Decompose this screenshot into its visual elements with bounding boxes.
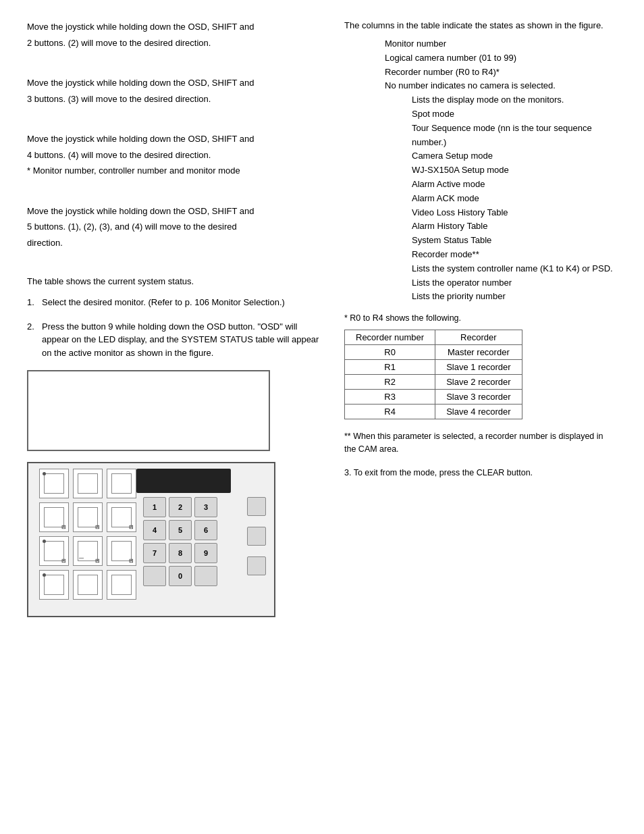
para3-text: Move the joystick while holding down the… xyxy=(27,132,324,146)
table-row: R0Master recorder xyxy=(345,345,522,360)
paragraph-2: Move the joystick while holding down the… xyxy=(27,76,324,105)
device-mockup: ⊟ ⊟ ⊟ ⊟ ⊟ — xyxy=(27,462,275,617)
status-intro: The table shows the current system statu… xyxy=(27,276,324,286)
list-item-recorder-num: Recorder number (R0 to R4)* xyxy=(344,66,617,80)
num-btn-empty2 xyxy=(194,566,217,586)
recorder-num-cell: R3 xyxy=(345,390,435,405)
monitor-cell-5: ⊟ xyxy=(73,502,103,532)
num-btn-9[interactable]: 9 xyxy=(194,543,217,563)
step-1-num: 1. xyxy=(27,296,42,309)
side-buttons xyxy=(247,497,266,575)
num-btn-7[interactable]: 7 xyxy=(143,543,166,563)
recorder-name-cell: Slave 4 recorder xyxy=(435,405,522,419)
recorder-name-cell: Slave 3 recorder xyxy=(435,390,522,405)
recorder-name-cell: Master recorder xyxy=(435,345,522,360)
numpad: 1 2 3 4 5 6 7 8 9 0 xyxy=(143,497,217,586)
page: Move the joystick while holding down the… xyxy=(0,0,644,834)
table-header-recorder-num: Recorder number xyxy=(345,330,435,345)
table-row: R4Slave 4 recorder xyxy=(345,405,522,419)
list-item-monitor: Monitor number xyxy=(344,37,617,51)
left-column: Move the joystick while holding down the… xyxy=(27,20,338,814)
num-btn-1[interactable]: 1 xyxy=(143,497,166,517)
list-item-alarm-active: Alarm Active mode xyxy=(344,178,617,192)
monitor-cell-6: ⊟ xyxy=(107,502,136,532)
list-item-wj-setup: WJ-SX150A Setup mode xyxy=(344,163,617,178)
list-item-video-loss: Video Loss History Table xyxy=(344,206,617,220)
list-item-tour-seq: Tour Sequence mode (nn is the tour seque… xyxy=(344,122,617,150)
monitor-cell-1 xyxy=(39,469,69,498)
recorder-table: Recorder number Recorder R0Master record… xyxy=(344,330,522,419)
step-1-text: Select the desired monitor. (Refer to p.… xyxy=(42,296,285,309)
para4-text3: direction. xyxy=(27,236,324,250)
side-btn-3[interactable] xyxy=(247,556,266,575)
paragraph-1: Move the joystick while holding down the… xyxy=(27,20,324,49)
list-item-system-status: System Status Table xyxy=(344,234,617,248)
para4-text2: 5 buttons. (1), (2), (3), and (4) will m… xyxy=(27,220,324,234)
side-btn-1[interactable] xyxy=(247,497,266,516)
para3-text2: 4 buttons. (4) will move to the desired … xyxy=(27,149,324,162)
step-2: 2. Press the button 9 while holding down… xyxy=(27,320,324,360)
monitor-cell-7: ⊟ xyxy=(39,536,69,566)
num-btn-5[interactable]: 5 xyxy=(169,520,192,540)
monitor-grid: ⊟ ⊟ ⊟ ⊟ ⊟ — xyxy=(39,469,136,600)
list-item-logical-cam: Logical camera number (01 to 99) xyxy=(344,51,617,66)
screen-mockup xyxy=(27,370,270,451)
list-item-alarm-history: Alarm History Table xyxy=(344,219,617,234)
list-item-alarm-ack: Alarm ACK mode xyxy=(344,192,617,206)
paragraph-3: Move the joystick while holding down the… xyxy=(27,132,324,178)
recorder-num-cell: R1 xyxy=(345,360,435,375)
para1-text2: 2 buttons. (2) will move to the desired … xyxy=(27,36,324,50)
num-btn-2[interactable]: 2 xyxy=(169,497,192,517)
num-btn-8[interactable]: 8 xyxy=(169,543,192,563)
step-1: 1. Select the desired monitor. (Refer to… xyxy=(27,296,324,309)
recorder-num-cell: R0 xyxy=(345,345,435,360)
step-3: 3. To exit from the mode, press the CLEA… xyxy=(344,467,617,479)
list-item-operator-num: Lists the operator number xyxy=(344,276,617,290)
monitor-cell-4: ⊟ xyxy=(39,502,69,532)
footnote: ** When this parameter is selected, a re… xyxy=(344,430,617,456)
list-item-spot-mode: Spot mode xyxy=(344,107,617,122)
monitor-cell-3 xyxy=(107,469,136,498)
device-display xyxy=(136,469,231,493)
table-row: R3Slave 3 recorder xyxy=(345,390,522,405)
table-row: R2Slave 2 recorder xyxy=(345,375,522,390)
list-item-display-mode: Lists the display mode on the monitors. xyxy=(344,93,617,107)
monitor-cell-2 xyxy=(73,469,103,498)
step-2-text: Press the button 9 while holding down th… xyxy=(42,320,324,360)
num-btn-empty1 xyxy=(143,566,166,586)
para4-text: Move the joystick while holding down the… xyxy=(27,205,324,218)
paragraph-4: Move the joystick while holding down the… xyxy=(27,205,324,250)
recorder-name-cell: Slave 1 recorder xyxy=(435,360,522,375)
right-column: The columns in the table indicate the st… xyxy=(338,20,617,814)
monitor-cell-11 xyxy=(73,570,103,600)
right-intro: The columns in the table indicate the st… xyxy=(344,20,617,30)
list-item-controller-name: Lists the system controller name (K1 to … xyxy=(344,262,617,276)
num-btn-0[interactable]: 0 xyxy=(169,566,192,586)
monitor-cell-12 xyxy=(107,570,136,600)
para2-text2: 3 buttons. (3) will move to the desired … xyxy=(27,93,324,106)
recorder-num-cell: R2 xyxy=(345,375,435,390)
asterisk-note: * R0 to R4 shows the following. xyxy=(344,313,617,323)
list-item-no-number: No number indicates no camera is selecte… xyxy=(344,79,617,93)
steps-list: 1. Select the desired monitor. (Refer to… xyxy=(27,296,324,359)
table-header-recorder: Recorder xyxy=(435,330,522,345)
recorder-name-cell: Slave 2 recorder xyxy=(435,375,522,390)
para2-text: Move the joystick while holding down the… xyxy=(27,76,324,90)
step-2-num: 2. xyxy=(27,320,42,360)
list-item-recorder-mode: Recorder mode** xyxy=(344,248,617,262)
para3-note: * Monitor number, controller number and … xyxy=(27,164,324,178)
num-btn-3[interactable]: 3 xyxy=(194,497,217,517)
para1-text: Move the joystick while holding down the… xyxy=(27,20,324,34)
side-btn-2[interactable] xyxy=(247,527,266,546)
list-item-priority-num: Lists the priority number xyxy=(344,290,617,304)
recorder-num-cell: R4 xyxy=(345,405,435,419)
list-item-camera-setup: Camera Setup mode xyxy=(344,149,617,163)
num-btn-4[interactable]: 4 xyxy=(143,520,166,540)
monitor-cell-8: ⊟ — xyxy=(73,536,103,566)
monitor-cell-9: ⊟ xyxy=(107,536,136,566)
monitor-cell-10 xyxy=(39,570,69,600)
num-btn-6[interactable]: 6 xyxy=(194,520,217,540)
table-row: R1Slave 1 recorder xyxy=(345,360,522,375)
text-list: Monitor number Logical camera number (01… xyxy=(344,37,617,304)
